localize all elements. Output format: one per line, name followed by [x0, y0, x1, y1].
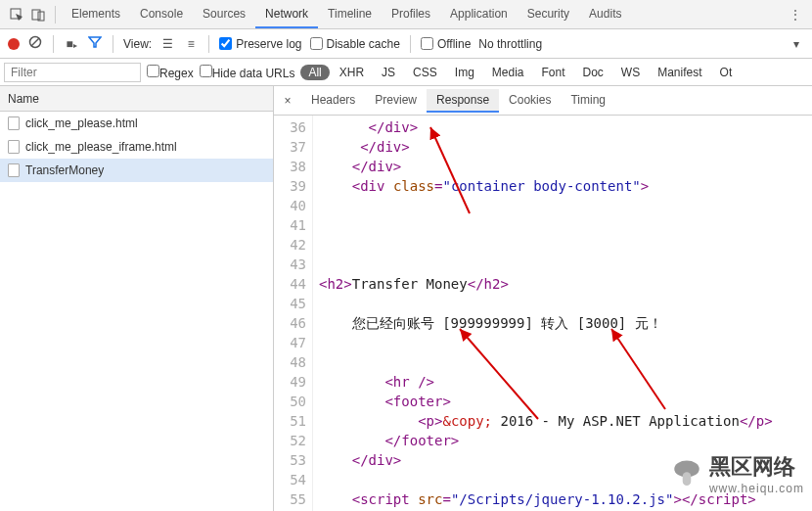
request-list: Name click_me_please.htmlclick_me_please…: [0, 86, 274, 511]
file-icon: [8, 163, 20, 177]
filter-bar: Regex Hide data URLs All XHRJSCSSImgMedi…: [0, 59, 812, 86]
disable-cache-checkbox[interactable]: Disable cache: [310, 37, 400, 51]
svg-line-4: [31, 38, 39, 46]
inspect-icon[interactable]: [6, 4, 27, 25]
detail-tab-headers[interactable]: Headers: [301, 89, 365, 113]
filter-img[interactable]: Img: [451, 66, 478, 79]
tab-console[interactable]: Console: [130, 1, 193, 28]
detail-tab-preview[interactable]: Preview: [365, 89, 427, 113]
detail-tab-timing[interactable]: Timing: [561, 89, 615, 113]
mushroom-icon: [670, 457, 703, 490]
camera-icon[interactable]: ■▸: [64, 37, 79, 51]
view-list-icon[interactable]: ☰: [159, 37, 175, 51]
filter-doc[interactable]: Doc: [579, 66, 608, 79]
detail-tab-response[interactable]: Response: [427, 89, 499, 113]
request-row[interactable]: click_me_please.html: [0, 112, 273, 135]
filter-icon[interactable]: [87, 35, 103, 52]
offline-checkbox[interactable]: Offline: [421, 37, 471, 51]
svg-rect-9: [683, 472, 692, 486]
tab-application[interactable]: Application: [440, 1, 518, 28]
request-row[interactable]: click_me_please_iframe.html: [0, 135, 273, 159]
filter-all[interactable]: All: [300, 65, 329, 80]
filter-css[interactable]: CSS: [409, 66, 441, 79]
close-icon[interactable]: ×: [278, 94, 297, 108]
devtools-tabs: ElementsConsoleSourcesNetworkTimelinePro…: [0, 0, 812, 29]
tab-elements[interactable]: Elements: [62, 1, 130, 28]
request-row[interactable]: TransferMoney: [0, 159, 273, 182]
filter-js[interactable]: JS: [378, 66, 399, 79]
tab-timeline[interactable]: Timeline: [318, 1, 382, 28]
throttle-select[interactable]: No throttling: [478, 37, 542, 51]
record-button[interactable]: [8, 38, 20, 50]
separator: [55, 6, 56, 23]
hide-data-urls-checkbox[interactable]: Hide data URLs: [200, 65, 295, 80]
file-icon: [8, 116, 20, 130]
watermark: 黑区网络 www.heiqu.com: [670, 452, 804, 495]
tab-security[interactable]: Security: [518, 1, 579, 28]
chevron-down-icon[interactable]: ▾: [789, 37, 804, 51]
preserve-log-checkbox[interactable]: Preserve log: [219, 37, 301, 51]
detail-tab-cookies[interactable]: Cookies: [499, 89, 561, 113]
filter-ws[interactable]: WS: [617, 66, 644, 79]
view-frame-icon[interactable]: ≡: [183, 37, 199, 51]
name-column-header[interactable]: Name: [0, 86, 273, 112]
tab-audits[interactable]: Audits: [579, 1, 631, 28]
filter-font[interactable]: Font: [538, 66, 569, 79]
view-label: View:: [123, 37, 152, 51]
file-icon: [8, 140, 20, 154]
filter-xhr[interactable]: XHR: [336, 66, 368, 79]
tab-sources[interactable]: Sources: [193, 1, 255, 28]
regex-checkbox[interactable]: Regex: [147, 65, 194, 80]
device-icon[interactable]: [27, 4, 49, 25]
filter-ot[interactable]: Ot: [716, 66, 737, 79]
detail-tabs: × HeadersPreviewResponseCookiesTiming: [274, 86, 812, 116]
tab-profiles[interactable]: Profiles: [382, 1, 440, 28]
tab-network[interactable]: Network: [255, 1, 318, 28]
network-toolbar: ■▸ View: ☰ ≡ Preserve log Disable cache …: [0, 29, 812, 59]
filter-media[interactable]: Media: [488, 66, 528, 79]
filter-manifest[interactable]: Manifest: [654, 66, 705, 79]
clear-icon[interactable]: [27, 35, 43, 52]
filter-input[interactable]: [4, 63, 141, 82]
more-icon[interactable]: ⋮: [785, 4, 806, 25]
